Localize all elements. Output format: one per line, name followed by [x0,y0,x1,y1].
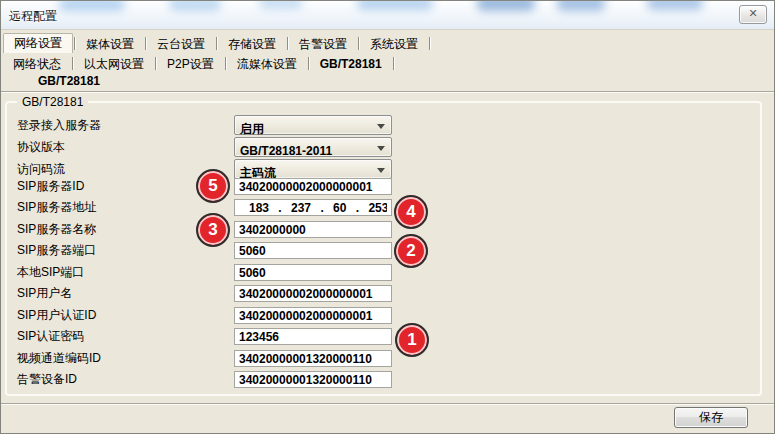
selected-value: GB/T28181-2011 [240,144,332,158]
sip-server-name-input[interactable] [234,221,392,238]
tab-network-settings[interactable]: 网络设置 [3,33,73,53]
form-row: 视频通道编码ID [17,350,752,367]
sip-user-auth-id-input[interactable] [234,307,392,324]
sip-server-port-input[interactable] [234,242,392,259]
form-row: 本地SIP端口 [17,264,752,281]
tab-separator [308,57,309,70]
tab-separator [287,37,288,50]
field-label: SIP用户名 [17,285,72,302]
login-access-server-select[interactable]: 启用 [234,115,392,135]
tab-ptz-settings[interactable]: 云台设置 [147,35,215,53]
window-title: 远程配置 [9,8,57,25]
tab-separator [429,37,430,50]
field-label: 告警设备ID [17,371,77,388]
groupbox-caption: GB/T28181 [17,95,88,109]
glass-reflection [557,1,605,11]
field-label: SIP认证密码 [17,328,84,345]
glass-reflection [647,1,703,10]
tab-separator [216,37,217,50]
field-label: SIP服务器ID [17,178,84,195]
title-bar: 远程配置 ✕ [1,1,774,30]
divider [1,91,774,92]
form-row: 协议版本 GB/T28181-2011 [17,137,752,157]
glass-reflection [259,1,303,9]
divider [1,403,774,404]
form-row: 告警设备ID [17,371,752,388]
tab-ethernet-settings[interactable]: 以太网设置 [74,55,154,73]
tab-stream-media-settings[interactable]: 流媒体设置 [227,55,307,73]
network-sub-tab-strip: 网络状态 以太网设置 P2P设置 流媒体设置 GB/T28181 [3,54,772,73]
form-row: SIP认证密码 [17,328,752,345]
alarm-device-id-input[interactable] [234,371,392,388]
protocol-version-select[interactable]: GB/T28181-2011 [234,137,392,157]
form-row: SIP用户名 [17,285,752,302]
form-row: 登录接入服务器 启用 [17,115,752,135]
sip-server-id-input[interactable] [234,178,392,195]
form-row: SIP用户认证ID [17,307,752,324]
tab-separator [74,37,75,50]
field-label: 协议版本 [17,137,65,157]
tab-storage-settings[interactable]: 存储设置 [218,35,286,53]
close-button[interactable]: ✕ [739,5,767,24]
tab-p2p-settings[interactable]: P2P设置 [157,55,224,73]
tab-system-settings[interactable]: 系统设置 [360,35,428,53]
field-label: 访问码流 [17,159,65,179]
field-label: 登录接入服务器 [17,115,101,135]
tab-media-settings[interactable]: 媒体设置 [76,35,144,53]
chevron-down-icon [377,168,385,173]
tab-separator [225,57,226,70]
tab-alarm-settings[interactable]: 告警设置 [289,35,357,53]
field-label: SIP服务器名称 [17,221,96,238]
form-row: 访问码流 主码流 [17,159,752,179]
form-row: SIP服务器端口 [17,242,752,259]
chevron-down-icon [377,146,385,151]
selected-value: 启用 [240,122,264,136]
step-badge-4: 4 [394,195,428,229]
tab-separator [155,57,156,70]
form-row: SIP服务器地址 [17,199,752,216]
sip-server-address-input[interactable] [234,199,392,216]
tab-gbt28181[interactable]: GB/T28181 [310,55,392,73]
tab-network-status[interactable]: 网络状态 [3,55,71,73]
remote-config-dialog: 远程配置 ✕ 网络设置 媒体设置 云台设置 存储设置 告警设置 系统设置 网络状… [0,0,775,434]
main-tab-strip: 网络设置 媒体设置 云台设置 存储设置 告警设置 系统设置 [3,33,772,53]
step-badge-2: 2 [394,234,428,268]
local-sip-port-input[interactable] [234,264,392,281]
glass-reflection [357,1,433,10]
field-label: SIP服务器端口 [17,242,96,259]
tab-separator [393,57,394,70]
tab-separator [145,37,146,50]
field-label: 本地SIP端口 [17,264,84,281]
close-icon: ✕ [748,7,757,19]
chevron-down-icon [377,124,385,129]
form-row: SIP服务器名称 [17,221,752,238]
save-button-label: 保存 [699,409,723,426]
save-button[interactable]: 保存 [674,407,748,428]
video-channel-id-input[interactable] [234,350,392,367]
sip-auth-password-input[interactable] [234,328,392,345]
sip-username-input[interactable] [234,285,392,302]
step-badge-5: 5 [196,169,230,203]
field-label: 视频通道编码ID [17,350,101,367]
step-badge-1: 1 [395,323,429,357]
glass-reflection [169,1,221,11]
field-label: SIP服务器地址 [17,199,96,216]
glass-reflection [477,1,535,11]
step-badge-3: 3 [196,213,230,247]
glass-reflection [59,1,125,11]
field-label: SIP用户认证ID [17,307,96,324]
access-stream-select[interactable]: 主码流 [234,159,392,179]
tab-separator [72,57,73,70]
form-row: SIP服务器ID [17,178,752,195]
subpage-title: GB/T28181 [38,74,100,88]
tab-separator [358,37,359,50]
